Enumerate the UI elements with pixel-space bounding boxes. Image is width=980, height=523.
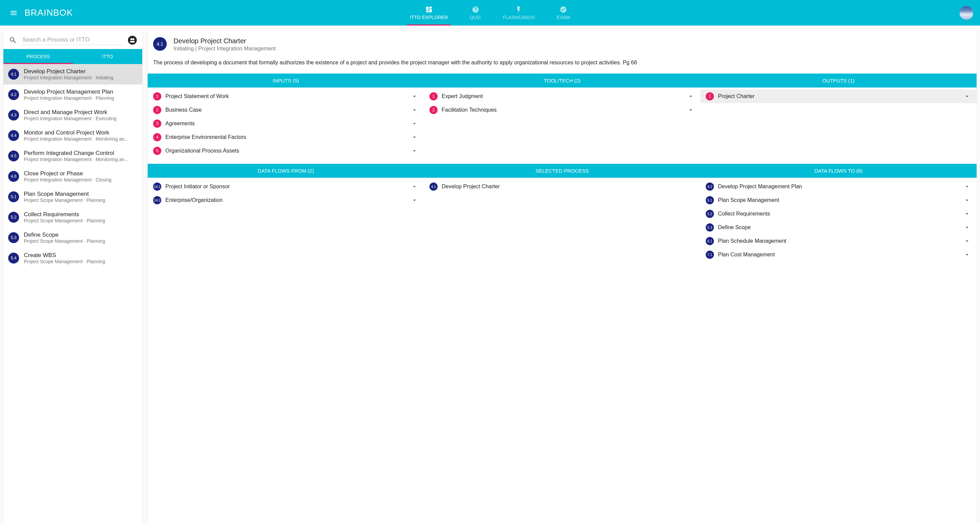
process-item-5.1[interactable]: 5.1Plan Scope ManagementProject Scope Ma… bbox=[3, 187, 142, 207]
item-badge: 4 bbox=[153, 133, 161, 141]
process-id-badge: 4.6 bbox=[8, 171, 19, 182]
process-id-badge: 5.1 bbox=[8, 191, 19, 202]
detail-panel: 4.1 Develop Project Charter Initiating |… bbox=[148, 31, 977, 523]
itto-columns: INPUTS (5)TOOL/TECH (2)OUTPUTS (1)1Proje… bbox=[148, 73, 977, 160]
list-item[interactable]: 14.1Project Initiator or Sponsor bbox=[148, 180, 424, 193]
menu-icon bbox=[10, 9, 18, 17]
list-item[interactable]: 2Business Case bbox=[148, 103, 424, 117]
chevron-down-icon bbox=[963, 196, 971, 204]
process-item-4.1[interactable]: 4.1Develop Project CharterProject Integr… bbox=[3, 64, 142, 85]
chevron-down-icon bbox=[410, 182, 418, 191]
list-item[interactable]: 5.3Define Scope bbox=[700, 221, 977, 234]
process-name: Develop Project Management Plan bbox=[24, 89, 137, 95]
item-label: Develop Project Charter bbox=[442, 183, 695, 190]
chevron-down-icon bbox=[963, 223, 971, 231]
nav-tab-exam[interactable]: EXAM bbox=[554, 0, 573, 26]
process-id-badge: 5.2 bbox=[8, 212, 19, 223]
nav-tab-flashcards[interactable]: FLASHCARDS bbox=[500, 0, 538, 26]
item-badge: 5.2 bbox=[706, 210, 714, 218]
chevron-down-icon bbox=[963, 250, 971, 259]
item-badge: 3 bbox=[153, 120, 161, 128]
process-subtitle: Project Integration Management · Executi… bbox=[24, 116, 137, 121]
list-item[interactable]: 1Project Charter bbox=[700, 89, 977, 103]
menu-button[interactable] bbox=[7, 6, 21, 20]
list-item[interactable]: 5.2Collect Requirements bbox=[700, 207, 977, 221]
process-list[interactable]: 4.1Develop Project CharterProject Integr… bbox=[3, 64, 142, 523]
chevron-down-icon bbox=[963, 210, 971, 218]
dataflow-columns: DATA FLOWS FROM (2)SELECTED PROCESSDATA … bbox=[148, 164, 977, 263]
nav-tab-quiz[interactable]: QUIZ bbox=[467, 0, 484, 26]
sidebar-tab-itto[interactable]: ITTO bbox=[73, 49, 142, 64]
item-label: Agreements bbox=[165, 121, 406, 127]
list-item[interactable]: 1Expert Judgment bbox=[424, 89, 700, 103]
chevron-down-icon bbox=[687, 92, 695, 100]
chevron-down-icon bbox=[410, 120, 418, 128]
process-id-badge: 5.3 bbox=[8, 232, 19, 243]
process-item-4.3[interactable]: 4.3Direct and Manage Project WorkProject… bbox=[3, 105, 142, 125]
item-label: Enterprise/Organization bbox=[165, 197, 406, 203]
column-header: INPUTS (5) bbox=[148, 73, 424, 88]
process-name: Perform Integrated Change Control bbox=[24, 150, 137, 156]
process-name: Close Project or Phase bbox=[24, 170, 137, 177]
list-item[interactable]: 5Organizational Process Assets bbox=[148, 144, 424, 158]
item-badge: 6.1 bbox=[706, 237, 714, 245]
content-area: PROCESSITTO 4.1Develop Project CharterPr… bbox=[0, 26, 980, 523]
item-badge: 1 bbox=[153, 92, 161, 100]
item-badge: 1 bbox=[706, 92, 714, 100]
list-item[interactable]: 4.2Develop Project Management Plan bbox=[700, 180, 977, 193]
group-filter-button[interactable] bbox=[128, 36, 137, 45]
process-id-badge: 4.4 bbox=[8, 130, 19, 141]
detail-header: 4.1 Develop Project Charter Initiating |… bbox=[148, 31, 977, 56]
process-name: Monitor and Control Project Work bbox=[24, 129, 137, 136]
process-name: Plan Scope Management bbox=[24, 191, 137, 198]
item-label: Project Statement of Work bbox=[165, 93, 406, 99]
list-item[interactable]: 4Enterprise Environmental Factors bbox=[148, 131, 424, 144]
item-label: Collect Requirements bbox=[718, 211, 959, 217]
chevron-down-icon bbox=[410, 196, 418, 204]
detail-title: Develop Project Charter bbox=[173, 37, 275, 45]
column-body: 1Project Charter bbox=[700, 88, 977, 160]
list-item[interactable]: 14.2Enterprise/Organization bbox=[148, 193, 424, 207]
avatar[interactable] bbox=[959, 6, 973, 20]
nav-tabs: ITTO EXPLORERQUIZFLASHCARDSEXAM bbox=[407, 0, 573, 26]
item-label: Project Charter bbox=[718, 93, 959, 99]
column-body: 4.2Develop Project Management Plan5.1Pla… bbox=[700, 178, 977, 263]
process-item-5.2[interactable]: 5.2Collect RequirementsProject Scope Man… bbox=[3, 207, 142, 228]
process-item-4.6[interactable]: 4.6Close Project or PhaseProject Integra… bbox=[3, 166, 142, 187]
sidebar-tab-process[interactable]: PROCESS bbox=[3, 49, 73, 64]
process-item-4.2[interactable]: 4.2Develop Project Management PlanProjec… bbox=[3, 85, 142, 105]
list-item[interactable]: 3Agreements bbox=[148, 117, 424, 131]
list-item[interactable]: 5.1Plan Scope Management bbox=[700, 193, 977, 207]
list-item[interactable]: 6.1Plan Schedule Management bbox=[700, 234, 977, 248]
item-label: Plan Scope Management bbox=[718, 197, 959, 203]
item-label: Plan Cost Management bbox=[718, 252, 959, 258]
process-subtitle: Project Integration Management · Closing bbox=[24, 177, 137, 182]
nav-tab-itto-explorer[interactable]: ITTO EXPLORER bbox=[407, 0, 450, 26]
item-badge: 14.2 bbox=[153, 196, 161, 204]
search-input[interactable] bbox=[22, 35, 123, 45]
search-row bbox=[3, 31, 142, 49]
list-item[interactable]: 1Project Statement of Work bbox=[148, 89, 424, 103]
process-item-4.5[interactable]: 4.5Perform Integrated Change ControlProj… bbox=[3, 146, 142, 166]
process-id-badge: 5.4 bbox=[8, 253, 19, 263]
column-header: TOOL/TECH (2) bbox=[424, 73, 700, 88]
item-badge: 5 bbox=[153, 147, 161, 155]
chevron-down-icon bbox=[410, 133, 418, 141]
process-item-5.3[interactable]: 5.3Define ScopeProject Scope Management … bbox=[3, 228, 142, 248]
process-name: Create WBS bbox=[24, 252, 137, 259]
item-label: Business Case bbox=[165, 107, 406, 113]
list-item[interactable]: 2Facilitation Techniques bbox=[424, 103, 700, 117]
item-label: Develop Project Management Plan bbox=[718, 183, 959, 190]
process-subtitle: Project Integration Management · Initiat… bbox=[24, 75, 137, 80]
sidebar: PROCESSITTO 4.1Develop Project CharterPr… bbox=[3, 31, 142, 523]
process-subtitle: Project Integration Management · Monitor… bbox=[24, 136, 137, 142]
process-item-5.4[interactable]: 5.4Create WBSProject Scope Management · … bbox=[3, 248, 142, 268]
process-name: Direct and Manage Project Work bbox=[24, 109, 137, 116]
chevron-down-icon bbox=[963, 182, 971, 191]
column-header: DATA FLOWS TO (8) bbox=[700, 164, 977, 178]
item-badge: 5.3 bbox=[706, 223, 714, 231]
process-id-badge: 4.1 bbox=[8, 69, 19, 80]
process-item-4.4[interactable]: 4.4Monitor and Control Project WorkProje… bbox=[3, 125, 142, 146]
item-label: Project Initiator or Sponsor bbox=[165, 183, 406, 190]
list-item[interactable]: 7.1Plan Cost Management bbox=[700, 248, 977, 262]
